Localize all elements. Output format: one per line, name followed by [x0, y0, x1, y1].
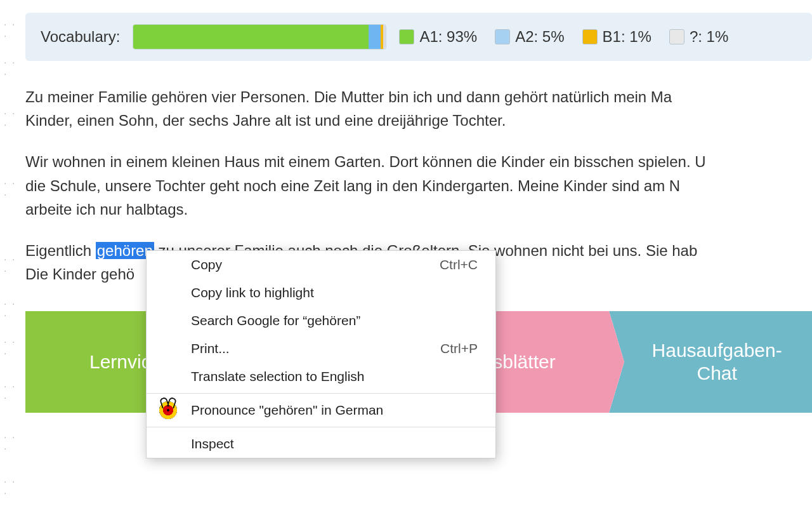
menu-item-label: Copy — [191, 257, 222, 272]
paragraph-2[interactable]: Wir wohnen in einem kleinen Haus mit ein… — [25, 150, 812, 221]
german-flag-headphones-icon — [159, 401, 177, 419]
menu-item-label: Inspect — [191, 436, 234, 451]
vocabulary-legend: A1: 93% A2: 5% B1: 1% ?: 1% — [399, 28, 728, 46]
menu-item-label: Translate selection to English — [191, 369, 365, 384]
swatch-a2 — [495, 29, 510, 44]
swatch-unknown — [669, 29, 684, 44]
legend-a2: A2: 5% — [495, 28, 564, 46]
legend-unknown-label: ?: 1% — [690, 28, 728, 46]
progress-seg-unknown — [383, 25, 386, 49]
context-menu[interactable]: Copy Ctrl+C Copy link to highlight Searc… — [146, 250, 496, 458]
progress-seg-a1 — [133, 25, 368, 49]
text-line[interactable]: Zu meiner Familie gehören vier Personen.… — [25, 85, 812, 109]
text-line[interactable]: Wir wohnen in einem kleinen Haus mit ein… — [25, 150, 812, 173]
menu-separator — [147, 427, 495, 427]
paragraph-1[interactable]: Zu meiner Familie gehören vier Personen.… — [25, 85, 812, 132]
menu-item-shortcut: Ctrl+P — [440, 341, 478, 356]
nav-hausaufgaben-chat[interactable]: Hausaufgaben- Chat — [609, 311, 812, 413]
text-line[interactable]: arbeite ich nur halbtags. — [25, 197, 812, 221]
vocabulary-progress — [133, 24, 386, 50]
context-menu-copy-link[interactable]: Copy link to highlight — [147, 279, 495, 307]
progress-seg-a2 — [369, 25, 381, 49]
legend-a2-label: A2: 5% — [515, 28, 564, 46]
legend-a1-label: A1: 93% — [419, 28, 477, 46]
menu-item-label: Copy link to highlight — [191, 285, 314, 300]
legend-b1-label: B1: 1% — [603, 28, 652, 46]
nav-label: Hausaufgaben- Chat — [639, 339, 782, 385]
text-fragment[interactable]: Eigentlich — [25, 242, 96, 259]
selected-word[interactable]: gehören — [96, 242, 154, 259]
menu-item-label: Search Google for “gehören” — [191, 313, 360, 328]
menu-separator — [147, 393, 495, 394]
menu-item-shortcut: Ctrl+C — [440, 257, 478, 272]
vocabulary-label: Vocabulary: — [41, 28, 120, 46]
swatch-b1 — [582, 29, 598, 44]
context-menu-print[interactable]: Print... Ctrl+P — [147, 335, 495, 363]
context-menu-copy[interactable]: Copy Ctrl+C — [147, 251, 495, 279]
swatch-a1 — [399, 29, 414, 44]
context-menu-inspect[interactable]: Inspect — [147, 430, 495, 458]
context-menu-translate[interactable]: Translate selection to English — [147, 363, 495, 391]
context-menu-pronounce[interactable]: Pronounce "gehören" in German — [147, 396, 495, 424]
text-line[interactable]: Kinder, einen Sohn, der sechs Jahre alt … — [25, 109, 812, 132]
legend-b1: B1: 1% — [582, 28, 652, 46]
vocabulary-panel: Vocabulary: A1: 93% A2: 5% B1: 1% ?: 1% — [25, 13, 812, 61]
menu-item-label: Pronounce "gehören" in German — [191, 403, 383, 418]
left-gutter: · · · · · · · · · · · · · · · · · · · · … — [4, 0, 16, 508]
chevron-right-icon — [609, 311, 624, 413]
nav-label: Lernvid — [89, 351, 152, 373]
context-menu-search-google[interactable]: Search Google for “gehören” — [147, 307, 495, 335]
menu-item-label: Print... — [191, 341, 230, 356]
legend-a1: A1: 93% — [399, 28, 477, 46]
legend-unknown: ?: 1% — [669, 28, 728, 46]
text-line[interactable]: die Schule, unsere Tochter geht noch ein… — [25, 174, 812, 197]
